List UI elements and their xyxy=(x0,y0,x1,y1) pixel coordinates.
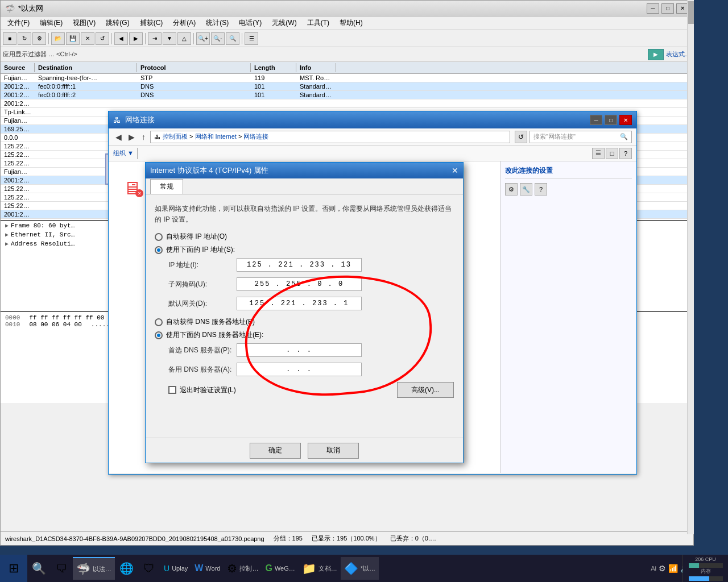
net-conn-minimize[interactable]: ─ xyxy=(590,115,602,125)
table-row[interactable]: 2001:250:4403:6b2:e…fec0:0:0:ffff::1DNS1… xyxy=(1,82,693,91)
task-view[interactable]: 🗨 xyxy=(50,557,73,580)
menu-go[interactable]: 跳转(G) xyxy=(101,17,134,29)
breadcrumb-netconn[interactable]: 网络连接 xyxy=(243,133,268,140)
manual-ip-option[interactable]: 使用下面的 IP 地址(S): xyxy=(155,245,454,255)
taskbar-wireshark2[interactable]: 🔷 *以… xyxy=(341,557,379,580)
toolbar-zoom-in[interactable]: 🔍+ xyxy=(196,32,210,45)
help2-icon[interactable]: ? xyxy=(535,183,547,196)
toolbar-mark[interactable]: ▼ xyxy=(163,32,176,45)
gateway-input[interactable]: 125 . 221 . 233 . 1 xyxy=(237,297,362,310)
subnet-mask-row: 子网掩码(U): 255 . 255 . 0 . 0 xyxy=(155,277,454,291)
toolbar-close-file[interactable]: ✕ xyxy=(81,32,94,45)
expand-icon: ▶ xyxy=(5,231,9,238)
manual-dns-radio[interactable] xyxy=(155,331,163,339)
toolbar-reload[interactable]: ↺ xyxy=(96,32,109,45)
auto-dns-radio[interactable] xyxy=(155,318,163,326)
main-scrollbar[interactable] xyxy=(687,0,694,534)
auto-dns-label: 自动获得 DNS 服务器地址(B) xyxy=(166,317,255,327)
menu-file[interactable]: 文件(F) xyxy=(3,17,34,29)
taskbar-wifi-icon[interactable]: 📶 xyxy=(668,564,678,573)
validate-checkbox-row[interactable]: 退出时验证设置(L) 高级(V)... xyxy=(155,382,454,398)
menu-help[interactable]: 帮助(H) xyxy=(335,17,367,29)
net-conn-maximize[interactable]: □ xyxy=(605,115,617,125)
alternate-dns-input[interactable]: . . . xyxy=(237,363,362,376)
manual-ip-radio[interactable] xyxy=(155,246,163,254)
breadcrumb-controlpanel[interactable]: 控制面板 xyxy=(163,133,188,140)
menu-wireless[interactable]: 无线(W) xyxy=(267,17,301,29)
dialog-footer: 确定 取消 xyxy=(146,438,463,463)
toolbar-columns[interactable]: ☰ xyxy=(245,32,258,45)
ai-label: Ai xyxy=(651,565,656,572)
cancel-button[interactable]: 取消 xyxy=(308,443,359,459)
view-btn[interactable]: ☰ xyxy=(592,148,605,159)
toolbar-forward[interactable]: ▶ xyxy=(129,32,143,45)
manual-dns-option[interactable]: 使用下面的 DNS 服务器地址(E): xyxy=(155,330,454,340)
menu-phone[interactable]: 电话(Y) xyxy=(234,17,266,29)
toolbar-organize[interactable]: 组织 ▼ xyxy=(113,149,134,157)
menu-edit[interactable]: 编辑(E) xyxy=(35,17,67,29)
net-conn-close[interactable]: ✕ xyxy=(619,115,632,125)
taskbar-security[interactable]: 🛡 xyxy=(138,557,160,580)
toolbar-jump[interactable]: ⇥ xyxy=(148,32,162,45)
ipv4-close-button[interactable]: ✕ xyxy=(452,166,458,175)
toolbar-restart[interactable]: ↻ xyxy=(18,32,31,45)
restore-button[interactable]: □ xyxy=(661,3,674,14)
auto-dns-option[interactable]: 自动获得 DNS 服务器地址(B) xyxy=(155,317,454,327)
subnet-input[interactable]: 255 . 255 . 0 . 0 xyxy=(237,277,362,291)
filter-arrow-btn[interactable]: ▶ xyxy=(648,49,664,60)
details-btn[interactable]: □ xyxy=(606,148,618,159)
hex-address: 0010 xyxy=(5,321,20,328)
table-row[interactable]: 2001:250:4403:6… xyxy=(1,99,693,108)
refresh-btn[interactable]: ↺ xyxy=(515,131,527,143)
ipv4-title: Internet 协议版本 4 (TCP/IPv4) 属性 xyxy=(150,165,452,176)
search-bar[interactable]: 搜索"网络连接" 🔍 xyxy=(530,131,632,143)
taskbar-uplay[interactable]: U Uplay xyxy=(160,557,191,580)
search-icon[interactable]: 🔍 xyxy=(620,133,628,140)
taskbar-browser[interactable]: 🌐 xyxy=(115,557,138,580)
control-panel-icon: ⚙ xyxy=(227,562,237,575)
nav-back[interactable]: ◀ xyxy=(113,131,124,143)
table-row[interactable]: 2001:250:4403:6b2:e…fec0:0:0:ffff::2DNS1… xyxy=(1,91,693,99)
ip-address-input[interactable]: 125 . 221 . 233 . 13 xyxy=(237,258,362,272)
auto-ip-radio[interactable] xyxy=(155,233,163,241)
minimize-button[interactable]: ─ xyxy=(647,3,659,14)
toolbar-stop[interactable]: ■ xyxy=(3,32,16,45)
preferred-dns-input[interactable]: . . . xyxy=(237,343,362,357)
taskbar-settings-icon[interactable]: ⚙ xyxy=(659,564,666,573)
scrollbar-thumb[interactable] xyxy=(688,1,694,24)
address-bar[interactable]: 🖧 控制面板 > 网络和 Internet > 网络连接 xyxy=(150,131,510,143)
browser-icon: 🌐 xyxy=(119,562,134,575)
taskbar-weg[interactable]: G WeG… xyxy=(262,557,298,580)
nav-forward[interactable]: ▶ xyxy=(126,131,137,143)
menu-tools[interactable]: 工具(T) xyxy=(303,17,334,29)
taskbar-documents[interactable]: 📁 文档… xyxy=(299,557,341,580)
toolbar-back[interactable]: ◀ xyxy=(114,32,128,45)
ok-button[interactable]: 确定 xyxy=(250,443,301,459)
toolbar-settings[interactable]: ⚙ xyxy=(32,32,46,45)
taskbar-word[interactable]: W Word xyxy=(191,557,224,580)
menu-capture[interactable]: 捕获(C) xyxy=(135,17,168,29)
wireshark-title: *以太网 xyxy=(18,3,647,14)
settings-icon[interactable]: ⚙ xyxy=(505,183,518,196)
menu-analyze[interactable]: 分析(A) xyxy=(168,17,200,29)
auto-ip-option[interactable]: 自动获得 IP 地址(O) xyxy=(155,232,454,242)
help-btn[interactable]: ? xyxy=(619,148,632,159)
table-row[interactable]: FujianSt_1f:e6:3eSpanning-tree-(for-…STP… xyxy=(1,74,693,82)
breadcrumb-network[interactable]: 网络和 Internet xyxy=(195,133,237,140)
menu-view[interactable]: 视图(V) xyxy=(68,17,100,29)
toolbar-unmark[interactable]: △ xyxy=(177,32,191,45)
tab-general[interactable]: 常规 xyxy=(150,179,183,194)
validate-checkbox[interactable] xyxy=(168,386,176,394)
advanced-button[interactable]: 高级(V)... xyxy=(397,382,454,398)
settings2-icon[interactable]: 🔧 xyxy=(520,183,532,196)
start-button[interactable]: ⊞ xyxy=(0,555,27,582)
nav-up[interactable]: ↑ xyxy=(139,131,148,143)
search-taskbar[interactable]: 🔍 xyxy=(27,557,50,580)
toolbar-open[interactable]: 📂 xyxy=(51,32,65,45)
toolbar-save[interactable]: 💾 xyxy=(66,32,80,45)
taskbar-wireshark[interactable]: 🦈 以法… xyxy=(73,557,115,580)
taskbar-control-panel[interactable]: ⚙ 控制… xyxy=(224,557,262,580)
toolbar-zoom-reset[interactable]: 🔍 xyxy=(226,32,239,45)
menu-statistics[interactable]: 统计(S) xyxy=(201,17,233,29)
toolbar-zoom-out[interactable]: 🔍- xyxy=(211,32,225,45)
